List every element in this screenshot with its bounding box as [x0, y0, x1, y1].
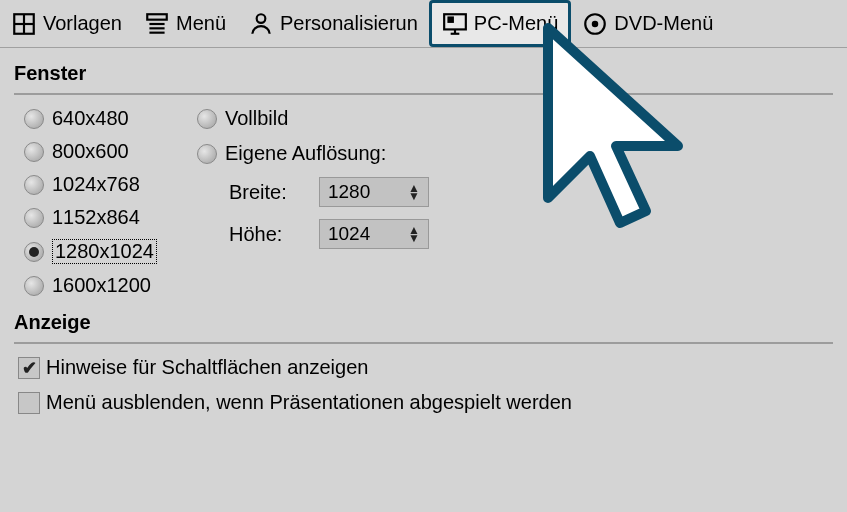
radio-1600x1200[interactable]: 1600x1200: [24, 274, 157, 297]
radio-icon: [24, 175, 44, 195]
radio-label: 1280x1024: [52, 239, 157, 264]
width-value: 1280: [328, 181, 370, 203]
radio-1024x768[interactable]: 1024x768: [24, 173, 157, 196]
disc-icon: [582, 11, 608, 37]
radio-label: 1024x768: [52, 173, 140, 196]
tab-label: Personalisierun: [280, 12, 418, 35]
radio-icon: [24, 208, 44, 228]
radio-icon: [197, 144, 217, 164]
radio-label: Vollbild: [225, 107, 288, 130]
tab-label: PC-Menü: [474, 12, 558, 35]
radio-1152x864[interactable]: 1152x864: [24, 206, 157, 229]
monitor-icon: [442, 11, 468, 37]
radio-label: 1600x1200: [52, 274, 151, 297]
radio-label: 640x480: [52, 107, 129, 130]
radio-icon: [197, 109, 217, 129]
toolbar: Vorlagen Menü Personalisierun PC-Menü DV…: [0, 0, 847, 48]
checkbox-label: Menü ausblenden, wenn Präsentationen abg…: [46, 391, 572, 414]
radio-800x600[interactable]: 800x600: [24, 140, 157, 163]
svg-point-13: [593, 21, 597, 25]
height-spinner[interactable]: 1024 ▲▼: [319, 219, 429, 249]
divider: [14, 342, 833, 344]
radio-640x480[interactable]: 640x480: [24, 107, 157, 130]
tab-pc-menu[interactable]: PC-Menü: [429, 0, 571, 47]
radio-icon: [24, 109, 44, 129]
tab-personalisierung[interactable]: Personalisierun: [237, 0, 429, 47]
radio-custom-resolution[interactable]: Eigene Auflösung:: [197, 142, 429, 165]
checkbox-icon: ✔: [18, 357, 40, 379]
section-title-fenster: Fenster: [14, 62, 833, 85]
radio-1280x1024[interactable]: 1280x1024: [24, 239, 157, 264]
spinner-arrows-icon: ▲▼: [408, 226, 420, 242]
spinner-arrows-icon: ▲▼: [408, 184, 420, 200]
tab-label: Vorlagen: [43, 12, 122, 35]
radio-icon: [24, 276, 44, 296]
radio-icon: [24, 142, 44, 162]
tab-vorlagen[interactable]: Vorlagen: [0, 0, 133, 47]
svg-point-7: [257, 14, 266, 23]
section-fenster: Fenster 640x480 800x600 1024x768 1152x86…: [0, 48, 847, 297]
radio-fullscreen[interactable]: Vollbild: [197, 107, 429, 130]
tab-menu[interactable]: Menü: [133, 0, 237, 47]
section-title-anzeige: Anzeige: [14, 311, 833, 334]
tab-label: DVD-Menü: [614, 12, 713, 35]
width-label: Breite:: [229, 181, 309, 204]
radio-label: 1152x864: [52, 206, 140, 229]
checkbox-hints[interactable]: ✔ Hinweise für Schaltflächen anzeigen: [14, 350, 833, 385]
resolution-radio-group: 640x480 800x600 1024x768 1152x864 1280x1…: [24, 101, 157, 297]
width-spinner[interactable]: 1280 ▲▼: [319, 177, 429, 207]
radio-label: 800x600: [52, 140, 129, 163]
svg-rect-8: [444, 14, 466, 29]
resolution-right-column: Vollbild Eigene Auflösung: Breite: 1280 …: [197, 101, 429, 297]
height-row: Höhe: 1024 ▲▼: [229, 219, 429, 249]
menu-icon: [144, 11, 170, 37]
radio-label: Eigene Auflösung:: [225, 142, 386, 165]
checkbox-hide-menu[interactable]: Menü ausblenden, wenn Präsentationen abg…: [14, 385, 833, 420]
templates-icon: [11, 11, 37, 37]
height-value: 1024: [328, 223, 370, 245]
height-label: Höhe:: [229, 223, 309, 246]
checkbox-icon: [18, 392, 40, 414]
width-row: Breite: 1280 ▲▼: [229, 177, 429, 207]
person-icon: [248, 11, 274, 37]
tab-dvd-menu[interactable]: DVD-Menü: [571, 0, 724, 47]
divider: [14, 93, 833, 95]
svg-rect-3: [147, 14, 167, 19]
tab-label: Menü: [176, 12, 226, 35]
section-anzeige: Anzeige ✔ Hinweise für Schaltflächen anz…: [0, 297, 847, 420]
svg-rect-9: [448, 17, 452, 21]
radio-icon: [24, 242, 44, 262]
checkbox-label: Hinweise für Schaltflächen anzeigen: [46, 356, 368, 379]
